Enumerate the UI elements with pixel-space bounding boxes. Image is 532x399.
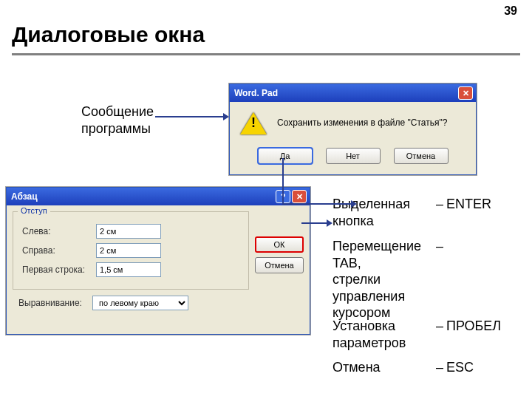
fieldset-legend: Отступ <box>18 206 50 215</box>
firstline-field[interactable] <box>96 262 161 277</box>
close-icon[interactable]: ✕ <box>458 86 473 100</box>
paragraph-cancel-button[interactable]: Отмена <box>255 257 304 273</box>
program-message-label: Сообщение программы <box>81 103 154 137</box>
messagebox-cancel-button[interactable]: Отмена <box>394 148 449 164</box>
paragraph-titlebar: Абзац ? ✕ <box>7 188 310 205</box>
info-move: Перемещение–TAB, стрелки управления курс… <box>332 238 532 321</box>
left-field[interactable] <box>96 224 161 239</box>
right-label: Справа: <box>22 245 90 256</box>
yes-button[interactable]: Да <box>258 148 313 164</box>
messagebox-window: Word. Pad ✕ ! Сохранить изменения в файл… <box>229 83 477 175</box>
info-cancel: Отмена–ESC <box>332 359 474 376</box>
right-field[interactable] <box>96 243 161 258</box>
align-select[interactable]: по левому краю <box>92 296 188 310</box>
paragraph-dialog: Абзац ? ✕ Отступ Слева: Справа: Первая с… <box>6 187 310 335</box>
paragraph-title: Абзац <box>11 191 38 202</box>
arrow-to-msgbox <box>155 103 229 126</box>
firstline-label: Первая строка: <box>22 265 90 275</box>
close-icon[interactable]: ✕ <box>292 190 307 203</box>
page-title: Диалоговые окна <box>12 22 205 47</box>
help-icon[interactable]: ? <box>276 190 290 203</box>
messagebox-body: ! Сохранить изменения в файле "Статья"? <box>230 102 476 143</box>
svg-marker-1 <box>223 113 229 120</box>
svg-marker-4 <box>327 219 332 227</box>
ok-button[interactable]: ОК <box>255 236 304 253</box>
warning-icon: ! <box>240 111 267 134</box>
messagebox-title: Word. Pad <box>234 88 278 98</box>
align-label: Выравнивание: <box>18 298 86 308</box>
no-button[interactable]: Нет <box>326 148 381 164</box>
title-rule <box>12 53 520 55</box>
page-number: 39 <box>504 4 517 18</box>
messagebox-text: Сохранить изменения в файле "Статья"? <box>277 117 447 128</box>
left-label: Слева: <box>22 226 90 236</box>
info-highlighted: Выделенная кнопка–ENTER <box>332 196 491 229</box>
info-set-params: Установка параметров–ПРОБЕЛ <box>332 318 501 351</box>
messagebox-titlebar: Word. Pad ✕ <box>230 84 476 102</box>
